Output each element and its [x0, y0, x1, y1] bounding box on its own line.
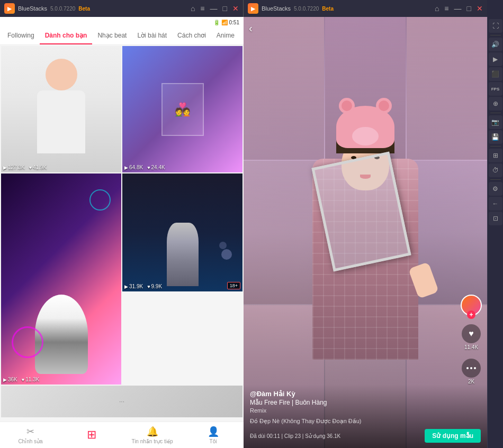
video-stats-3: ▶36K ♥11.3K [3, 377, 39, 382]
tab-navigation: Following Dành cho bạn Nhạc beat Lời bài… [0, 28, 244, 45]
nav-profile[interactable]: 👤 Tôi [183, 422, 244, 448]
sidebar-record-btn[interactable]: ⬛ [489, 67, 502, 81]
sidebar-history-btn[interactable]: ⏱ [489, 163, 502, 177]
tab-anime[interactable]: Anime [211, 28, 240, 44]
video-card-5[interactable]: ··· [1, 386, 242, 417]
back-button[interactable]: ‹ [249, 22, 253, 34]
tab-for-you[interactable]: Dành cho bạn [40, 28, 93, 44]
nav-template[interactable]: ⊞ [61, 422, 122, 448]
maximize-btn-left[interactable]: □ [223, 4, 227, 13]
status-icons: 🔋 📶 0:51 [213, 20, 239, 25]
bluestacks-logo-right: ▶ [248, 3, 258, 14]
video-stats-2: ▶64.8K ♥24.4K [124, 164, 165, 170]
heart-icon: ♥ [462, 324, 481, 343]
sidebar-divider-1 [490, 35, 501, 35]
player-username: @Đàm Hải Kỳ [250, 390, 481, 398]
nav-edit-label: Chỉnh sửa [18, 438, 42, 444]
sidebar-screenshot-btn[interactable]: 📷 [489, 115, 502, 129]
nav-notif-label: Tin nhắn trực tiếp [131, 438, 173, 444]
sidebar-divider-3 [490, 146, 501, 147]
video-card-4[interactable]: ▶31.9K ♥9.9K 18+ mẫu Free Fire kiếp duyê… [122, 173, 242, 291]
main-girl-display [244, 17, 487, 448]
left-app-panel: 🔋 📶 0:51 Following Dành cho bạn Nhạc bea… [0, 17, 244, 448]
video-card-3[interactable]: ▶36K ♥11.3K Mẫu Free Fire Buôn Hàng Remi… [1, 173, 121, 385]
sidebar-divider-2 [490, 113, 501, 113]
video-thumb-2: 💑 ▶64.8K ♥24.4K [122, 46, 242, 172]
tab-lyrics[interactable]: Lời bài hát [132, 28, 172, 44]
app-name-right: BlueStacks [262, 5, 291, 12]
sidebar-layers-btn[interactable]: ⊞ [489, 149, 502, 162]
like-count: 11.4K [464, 344, 478, 350]
status-bar: 🔋 📶 0:51 [0, 17, 244, 28]
sidebar-settings-btn[interactable]: ⚙ [489, 182, 502, 196]
right-video-panel: ‹ + ♥ 11.4K [244, 17, 487, 448]
maximize-btn-right[interactable]: □ [467, 4, 471, 13]
sidebar-home-btn[interactable]: ⊡ [489, 212, 502, 225]
sidebar-playback-btn[interactable]: ▶ [489, 52, 502, 66]
app-version-right: 5.0.0.7220 [294, 6, 319, 12]
right-titlebar: ▶ BlueStacks 5.0.0.7220 Beta ⌂ ≡ — □ ✕ [244, 0, 487, 17]
bluestacks-sidebar: ⛶ 🔊 ▶ ⬛ FPS ⊕ 📷 💾 ⊞ ⏱ ⚙ ← ⊡ [487, 17, 503, 448]
feed-content: ▶127.3K ♥41.9K mẫu thả ảnh vào rồi đáp t… [0, 45, 244, 422]
follow-plus-icon: + [467, 310, 475, 319]
bluestacks-logo-left: ▶ [4, 3, 15, 14]
sidebar-save-btn[interactable]: 💾 [489, 130, 502, 144]
app-version-left: 5.0.0.7220 [50, 6, 75, 12]
video-thumb-1: ▶127.3K ♥41.9K [1, 46, 121, 172]
nav-edit[interactable]: ✂ Chỉnh sửa [0, 422, 61, 448]
player-bottom-bar: Đã dùi 00:11 | Clip 23 | Sử dụng 36.1K S… [250, 429, 481, 443]
right-action-buttons: + ♥ 11.4K 2K [461, 295, 482, 385]
author-profile-btn[interactable]: + [461, 295, 482, 316]
comment-icon [462, 359, 481, 378]
player-time-info: Đã dùi 00:11 | Clip 23 | Sử dụng 36.1K [250, 433, 340, 439]
app-beta-right: Beta [322, 6, 334, 12]
sidebar-back-btn[interactable]: ← [489, 197, 502, 211]
player-song-title: Mẫu Free Fire | Buôn Hàng [250, 399, 481, 406]
app-beta-left: Beta [78, 6, 90, 12]
sidebar-volume-btn[interactable]: 🔊 [489, 38, 502, 51]
sidebar-divider-4 [490, 179, 501, 180]
nav-profile-label: Tôi [210, 438, 217, 444]
left-titlebar: ▶ BlueStacks 5.0.0.7220 Beta ⌂ ≡ — □ ✕ [0, 0, 244, 17]
like-button[interactable]: ♥ 11.4K [462, 324, 481, 350]
app-name-left: BlueStacks [18, 5, 47, 12]
video-player-area: ‹ + ♥ 11.4K [244, 17, 487, 448]
video-card-1[interactable]: ▶127.3K ♥41.9K mẫu thả ảnh vào rồi đáp t… [1, 46, 121, 172]
tab-music-beat[interactable]: Nhạc beat [92, 28, 132, 44]
nav-notifications[interactable]: 🔔 Tin nhắn trực tiếp [122, 422, 183, 448]
video-thumb-3: ▶36K ♥11.3K [1, 173, 121, 385]
player-bottom-overlay: @Đàm Hải Kỳ Mẫu Free Fire | Buôn Hàng Re… [244, 385, 487, 448]
close-btn-right[interactable]: ✕ [477, 4, 483, 13]
use-template-button[interactable]: Sử dụng mẫu [425, 429, 481, 443]
home-icon-right[interactable]: ⌂ [435, 4, 439, 13]
sidebar-fps-btn[interactable]: FPS [489, 82, 502, 96]
sidebar-fullscreen-btn[interactable]: ⛶ [489, 19, 502, 33]
close-btn-left[interactable]: ✕ [232, 4, 239, 13]
tab-following[interactable]: Following [2, 28, 40, 44]
video-stats-4: ▶31.9K ♥9.9K [124, 284, 162, 289]
tab-how-to-play[interactable]: Cách chơi [172, 28, 211, 44]
menu-icon-left[interactable]: ≡ [200, 4, 204, 13]
player-song-subtitle: Remix [250, 407, 481, 414]
age-badge: 18+ [227, 282, 240, 289]
sidebar-macro-btn[interactable]: ⊕ [489, 97, 502, 111]
bottom-navigation: ✂ Chỉnh sửa ⊞ 🔔 Tin nhắn trực tiếp 👤 Tôi [0, 422, 244, 448]
template-icon: ⊞ [87, 428, 96, 442]
video-stats-1: ▶127.3K ♥41.9K [3, 164, 47, 170]
minimize-btn-left[interactable]: — [210, 4, 218, 13]
minimize-btn-right[interactable]: — [454, 4, 462, 13]
three-dots-icon [466, 367, 476, 369]
home-icon-left[interactable]: ⌂ [191, 4, 195, 13]
video-thumb-4: ▶31.9K ♥9.9K 18+ [122, 173, 242, 291]
edit-icon: ✂ [26, 426, 34, 437]
feed-grid: ▶127.3K ♥41.9K mẫu thả ảnh vào rồi đáp t… [0, 45, 244, 418]
video-card-2[interactable]: 💑 ▶64.8K ♥24.4K 100 years love-Ver2 mẫu … [122, 46, 242, 172]
player-song-desc: Đồ Đẹp Nè (Không Thay Được Đoạn Đầu) [250, 418, 481, 425]
notification-icon: 🔔 [147, 426, 158, 437]
profile-icon: 👤 [208, 426, 219, 437]
comment-count: 2K [468, 379, 474, 385]
comment-button[interactable]: 2K [462, 359, 481, 385]
menu-icon-right[interactable]: ≡ [444, 4, 448, 13]
